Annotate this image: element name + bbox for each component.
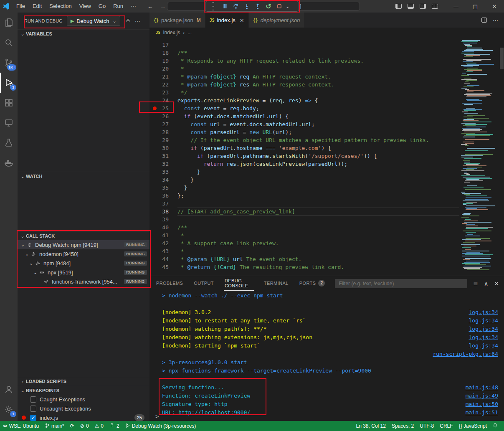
customize-layout-icon[interactable] [432, 4, 438, 9]
cursor-position[interactable]: Ln 38, Col 12 [353, 421, 389, 431]
language-mode[interactable]: {} JavaScript [456, 421, 490, 431]
maximize-icon[interactable]: □ [466, 0, 485, 13]
line-number[interactable]: 34 [149, 176, 169, 184]
toolbar-drag-handle-icon[interactable] [208, 1, 218, 11]
tab-deployment.json[interactable]: {}deployment.json [249, 13, 305, 28]
callstack-session[interactable]: functions-framework [954...RUNNING [18, 277, 149, 286]
toggle-sidebar-icon[interactable] [395, 4, 402, 9]
encoding[interactable]: UTF-8 [417, 421, 437, 431]
menu-go[interactable]: Go [95, 0, 109, 13]
line-number[interactable]: 20 [149, 65, 169, 73]
source-link[interactable]: log.js:34 [469, 333, 498, 342]
forward-icon[interactable]: → [160, 3, 166, 10]
split-editor-icon[interactable] [481, 18, 487, 23]
line-number[interactable]: 35 [149, 184, 169, 192]
breadcrumb[interactable]: JS index.js › ... [149, 28, 504, 38]
line-number[interactable]: 32 [149, 160, 169, 168]
menu-view[interactable]: View [76, 0, 95, 13]
line-number[interactable]: 42 [149, 239, 169, 247]
start-debug-icon[interactable]: ▶ [71, 18, 74, 24]
panel-tab-ports[interactable]: PORTS2 [299, 276, 326, 291]
line-number[interactable]: 37 [149, 200, 169, 208]
tab-index.js[interactable]: JSindex.js× [205, 13, 249, 28]
line-number[interactable]: 43 [149, 247, 169, 255]
checkbox[interactable] [30, 396, 36, 403]
console-input-prompt[interactable]: > [155, 413, 159, 420]
breakpoint-icon[interactable] [153, 106, 157, 110]
debug-status[interactable]: Debug Watch (3p-resources) [122, 421, 199, 431]
debug-console-output[interactable]: > nodemon --watch ./ --exec npm start[no… [149, 291, 504, 421]
source-link[interactable]: log.js:34 [469, 325, 498, 333]
debug-toolbar-chevron-icon[interactable]: ⌄ [286, 4, 289, 9]
loaded-scripts-header[interactable]: › LOADED SCRIPTS [18, 377, 149, 385]
activity-docker[interactable] [0, 153, 18, 173]
line-number[interactable]: 18 [149, 49, 169, 57]
restart-icon[interactable]: ↺ [263, 1, 274, 11]
editor-more-icon[interactable]: ⋯ [493, 17, 498, 23]
menu-selection[interactable]: Selection [46, 0, 75, 13]
line-number[interactable]: 31 [149, 152, 169, 160]
close-icon[interactable]: ✕ [485, 0, 504, 13]
callstack-session[interactable]: ⌄nodemon [9450]RUNNING [18, 249, 149, 259]
line-number[interactable]: 40 [149, 223, 169, 231]
stop-icon[interactable] [274, 1, 285, 11]
errors[interactable]: ⊘0 [77, 421, 92, 431]
toggle-panel-icon[interactable] [408, 4, 414, 9]
watch-header[interactable]: ⌄ WATCH [18, 172, 149, 180]
breakpoint-item[interactable]: ✓index.js25 [18, 413, 149, 421]
checkbox[interactable] [30, 406, 36, 412]
line-number[interactable]: 21 [149, 73, 169, 81]
menu-edit[interactable]: Edit [29, 0, 46, 13]
line-number[interactable]: 41 [149, 231, 169, 239]
source-link[interactable]: log.js:34 [469, 308, 498, 317]
breadcrumb-symbol[interactable]: ... [187, 30, 192, 35]
line-number[interactable]: 26 [149, 112, 169, 120]
panel-tab-terminal[interactable]: TERMINAL [263, 276, 289, 291]
close-tab-icon[interactable]: × [240, 17, 244, 23]
scrollbar-thumb[interactable] [500, 48, 504, 69]
views-more-icon[interactable]: ⋯ [135, 18, 140, 24]
source-link[interactable]: log.js:34 [469, 317, 498, 325]
source-link[interactable]: main.js:48 [466, 383, 498, 392]
line-number[interactable]: 24 [149, 96, 169, 104]
debug-config-dropdown[interactable]: ▶ Debug Watch ⌄ [67, 16, 120, 26]
line-number[interactable]: 30 [149, 144, 169, 152]
callstack-session[interactable]: ⌄npm [9484]RUNNING [18, 259, 149, 268]
toggle-secondary-sidebar-icon[interactable] [420, 4, 426, 9]
code-editor[interactable]: 1718/**19 * Responds to any HTTP request… [149, 38, 504, 276]
activity-explorer[interactable] [0, 13, 18, 33]
source-link[interactable]: run-script-pkg.js:64 [433, 350, 498, 358]
step-over-icon[interactable] [230, 1, 241, 11]
callstack-session[interactable]: ⌄Debug Watch: npm [9419]RUNNING [18, 240, 149, 249]
source-link[interactable]: main.js:51 [466, 408, 498, 417]
breakpoints-header[interactable]: ⌄ BREAKPOINTS [18, 386, 149, 395]
call-stack-header[interactable]: ⌄ CALL STACK [18, 232, 149, 240]
line-number[interactable]: 38 [149, 208, 169, 216]
minimap[interactable] [459, 38, 499, 276]
line-number[interactable]: 33 [149, 168, 169, 176]
warnings[interactable]: ⚠0 [92, 421, 106, 431]
line-number[interactable]: 29 [149, 136, 169, 144]
breakpoint-item[interactable]: Caught Exceptions [18, 395, 149, 404]
line-number[interactable]: 44 [149, 255, 169, 263]
line-number[interactable]: 27 [149, 120, 169, 128]
sync-status[interactable]: ⟳ [67, 421, 77, 431]
line-number[interactable]: 22 [149, 81, 169, 89]
source-link[interactable]: main.js:49 [466, 392, 498, 400]
line-number[interactable]: 25 [149, 104, 169, 112]
settings-gear-icon[interactable]: 1 [0, 399, 18, 419]
eol[interactable]: CRLF [437, 421, 456, 431]
close-panel-icon[interactable]: ✕ [494, 280, 499, 287]
git-branch[interactable]: main* [42, 421, 67, 431]
line-number[interactable]: 45 [149, 263, 169, 271]
notifications[interactable] [490, 421, 501, 431]
activity-extensions[interactable] [0, 93, 18, 113]
step-out-icon[interactable] [252, 1, 263, 11]
activity-search[interactable] [0, 33, 18, 53]
accounts-icon[interactable] [0, 379, 18, 399]
indentation[interactable]: Spaces: 2 [389, 421, 417, 431]
line-number[interactable]: 28 [149, 128, 169, 136]
editor-scrollbar[interactable] [499, 38, 504, 276]
panel-tab-output[interactable]: OUTPUT [193, 276, 215, 291]
console-menu-icon[interactable]: ≡ [473, 280, 478, 287]
